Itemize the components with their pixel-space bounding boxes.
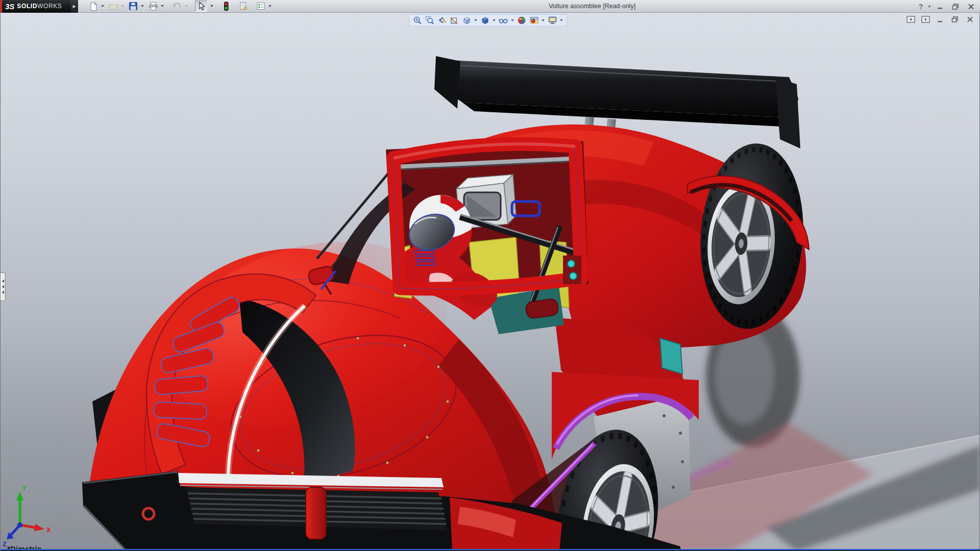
select-cursor-icon bbox=[197, 2, 205, 11]
edit-appearance-button[interactable] bbox=[516, 15, 528, 26]
print-dropdown[interactable] bbox=[161, 5, 164, 7]
view-orientation-cube-icon bbox=[462, 16, 472, 25]
restore-icon bbox=[952, 4, 959, 10]
view-orientation-dropdown[interactable] bbox=[474, 19, 477, 21]
new-document-dropdown[interactable] bbox=[101, 5, 104, 7]
triad-x-label: X bbox=[46, 526, 51, 534]
solidworks-logo-text: SOLIDWORKS bbox=[17, 3, 62, 10]
previous-view-button[interactable] bbox=[436, 15, 448, 26]
section-view-icon bbox=[450, 16, 459, 25]
hide-show-items-dropdown[interactable] bbox=[511, 19, 514, 21]
save-button[interactable] bbox=[127, 1, 139, 12]
pane-toggle-right-icon bbox=[921, 16, 930, 23]
view-settings-monitor-icon bbox=[548, 16, 557, 25]
pane-toggle-left-button[interactable] bbox=[905, 15, 916, 23]
graphics-viewport[interactable]: Y X Z bbox=[0, 13, 980, 551]
eyeglasses-icon bbox=[498, 16, 508, 25]
options-checklist-icon bbox=[256, 2, 265, 11]
document-close-icon bbox=[967, 16, 973, 22]
file-properties-button[interactable] bbox=[237, 1, 250, 12]
open-document-button[interactable] bbox=[107, 1, 119, 12]
undo-icon bbox=[172, 2, 182, 11]
save-dropdown[interactable] bbox=[141, 5, 144, 7]
display-style-cube-icon bbox=[480, 16, 490, 25]
zoom-to-fit-icon bbox=[413, 16, 422, 25]
main-toolbar bbox=[78, 0, 274, 13]
display-style-dropdown[interactable] bbox=[493, 19, 496, 21]
solidworks-logo: 3S SOLIDWORKS bbox=[0, 0, 70, 13]
new-document-button[interactable] bbox=[87, 1, 100, 12]
collapse-arrow-icon bbox=[2, 285, 4, 288]
document-close-button[interactable] bbox=[964, 15, 975, 23]
cyan-knob bbox=[570, 272, 577, 280]
print-button[interactable] bbox=[147, 1, 159, 12]
heads-up-view-toolbar bbox=[409, 14, 567, 27]
options-button[interactable] bbox=[255, 1, 267, 12]
document-minimize-button[interactable] bbox=[935, 15, 946, 23]
feature-tree-collapse-tab[interactable] bbox=[1, 272, 6, 301]
collapse-arrow-icon bbox=[2, 280, 4, 283]
solidworks-logo-mark: 3S bbox=[5, 2, 14, 11]
logo-red-strip bbox=[0, 0, 2, 13]
side-window-teal bbox=[660, 338, 682, 374]
open-folder-icon bbox=[109, 2, 118, 11]
pane-toggle-left-icon bbox=[906, 16, 915, 23]
file-properties-icon bbox=[239, 2, 248, 11]
section-view-button[interactable] bbox=[448, 15, 460, 26]
undo-dropdown[interactable] bbox=[185, 5, 188, 7]
new-document-icon bbox=[89, 2, 98, 11]
undo-button[interactable] bbox=[171, 1, 183, 12]
view-settings-button[interactable] bbox=[546, 15, 558, 26]
document-window-controls bbox=[905, 15, 975, 23]
help-dropdown[interactable] bbox=[928, 6, 931, 8]
triad-z-label: Z bbox=[3, 540, 7, 548]
car-model-3d-view: Y X Z bbox=[1, 13, 980, 551]
apply-scene-button[interactable] bbox=[528, 15, 540, 26]
minimize-button[interactable] bbox=[934, 2, 946, 11]
zoom-to-fit-button[interactable] bbox=[411, 15, 424, 26]
appearance-sphere-icon bbox=[517, 16, 526, 25]
document-restore-icon bbox=[951, 16, 959, 22]
previous-view-icon bbox=[437, 16, 447, 25]
apply-scene-dropdown[interactable] bbox=[542, 19, 545, 21]
help-button[interactable]: ? bbox=[915, 2, 927, 11]
close-icon bbox=[968, 4, 974, 10]
display-style-button[interactable] bbox=[479, 15, 491, 26]
restore-button[interactable] bbox=[949, 2, 962, 11]
select-dropdown[interactable] bbox=[208, 1, 215, 12]
view-settings-dropdown[interactable] bbox=[560, 19, 563, 21]
open-document-dropdown[interactable] bbox=[121, 5, 124, 7]
viewport-bottom-edge bbox=[1, 548, 979, 551]
print-icon bbox=[149, 2, 158, 11]
zoom-to-area-button[interactable] bbox=[424, 15, 436, 26]
save-floppy-icon bbox=[129, 2, 138, 11]
window-title: Voiture assomblee [Read-only] bbox=[500, 0, 684, 13]
title-bar: 3S SOLIDWORKS ▶ bbox=[0, 0, 980, 13]
menu-expand-arrow-icon[interactable]: ▶ bbox=[70, 0, 78, 13]
cyan-knob bbox=[568, 260, 575, 267]
window-controls: ? bbox=[915, 0, 977, 13]
minimize-icon bbox=[937, 4, 944, 9]
hide-show-items-button[interactable] bbox=[497, 15, 509, 26]
collapse-arrow-icon bbox=[2, 291, 4, 294]
triad-y-label: Y bbox=[22, 484, 27, 492]
document-minimize-icon bbox=[937, 16, 944, 22]
options-dropdown[interactable] bbox=[268, 5, 272, 7]
close-button[interactable] bbox=[965, 2, 977, 11]
document-restore-button[interactable] bbox=[949, 15, 961, 23]
pane-toggle-right-button[interactable] bbox=[920, 15, 931, 23]
nose-center-post bbox=[306, 487, 326, 539]
select-button[interactable] bbox=[195, 1, 207, 12]
rebuild-button[interactable] bbox=[220, 1, 232, 12]
view-orientation-button[interactable] bbox=[460, 15, 473, 26]
rebuild-traffic-light-icon bbox=[223, 2, 230, 11]
zoom-to-area-icon bbox=[425, 16, 434, 25]
orientation-triad: Y X Z bbox=[3, 484, 51, 548]
apply-scene-icon bbox=[529, 16, 539, 25]
